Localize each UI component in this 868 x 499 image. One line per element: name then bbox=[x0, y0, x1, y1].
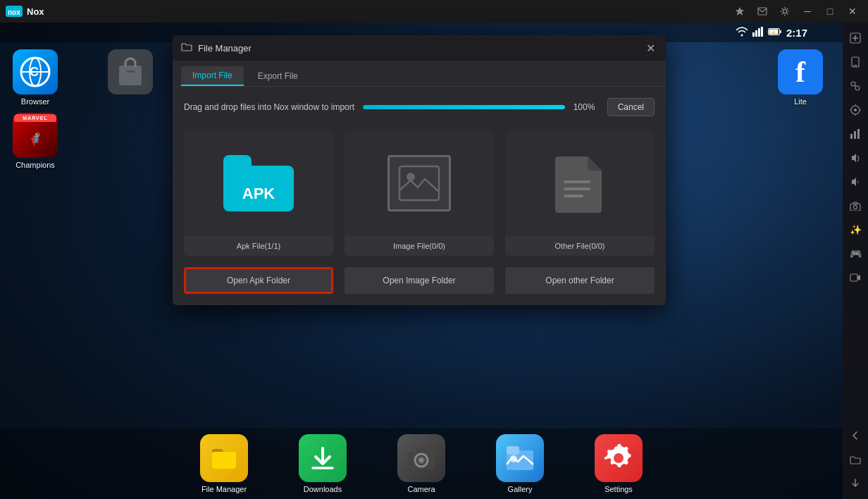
svg-rect-47 bbox=[564, 180, 590, 183]
image-card-label: Image File(0/0) bbox=[345, 236, 494, 256]
folder-body: APK bbox=[223, 166, 294, 211]
tab-import-file[interactable]: Import File bbox=[181, 66, 244, 86]
image-file-card[interactable]: Image File(0/0) bbox=[345, 130, 494, 256]
svg-rect-45 bbox=[399, 166, 439, 200]
dialog-body: Drag and drop files into Nox window to i… bbox=[173, 87, 666, 305]
tab-export-file[interactable]: Export File bbox=[247, 66, 309, 86]
progress-bar-fill bbox=[363, 105, 565, 109]
svg-rect-49 bbox=[564, 195, 583, 197]
dialog-tabs: Import File Export File bbox=[173, 61, 666, 87]
progress-bar-container bbox=[363, 105, 565, 109]
cancel-button[interactable]: Cancel bbox=[607, 98, 655, 116]
image-file-icon bbox=[388, 155, 451, 211]
other-icon-area bbox=[505, 130, 655, 236]
file-cards-grid: APK Apk File(1/1) bbox=[184, 130, 655, 256]
open-other-folder-button[interactable]: Open other Folder bbox=[505, 267, 655, 294]
apk-folder-icon: APK bbox=[223, 155, 294, 211]
svg-rect-48 bbox=[564, 187, 590, 190]
other-file-icon bbox=[555, 154, 604, 213]
open-apk-folder-button[interactable]: Open Apk Folder bbox=[184, 267, 333, 294]
apk-text: APK bbox=[242, 185, 275, 203]
progress-label: Drag and drop files into Nox window to i… bbox=[184, 102, 354, 112]
apk-file-card[interactable]: APK Apk File(1/1) bbox=[184, 130, 333, 256]
dialog-title-text: File Manager bbox=[198, 43, 638, 54]
dialog-title-icon bbox=[181, 42, 192, 54]
other-file-card[interactable]: Other File(0/0) bbox=[505, 130, 655, 256]
apk-icon-area: APK bbox=[184, 130, 333, 236]
progress-row: Drag and drop files into Nox window to i… bbox=[184, 98, 655, 116]
image-icon-area bbox=[345, 130, 494, 236]
dialog-close-button[interactable]: ✕ bbox=[643, 41, 657, 55]
open-image-folder-button[interactable]: Open Image Folder bbox=[345, 267, 494, 294]
folder-buttons: Open Apk Folder Open Image Folder Open o… bbox=[184, 267, 655, 294]
file-manager-dialog: File Manager ✕ Import File Export File D… bbox=[173, 35, 666, 305]
dialog-overlay: File Manager ✕ Import File Export File D… bbox=[0, 0, 868, 499]
dialog-titlebar: File Manager ✕ bbox=[173, 35, 666, 61]
other-card-label: Other File(0/0) bbox=[505, 236, 655, 256]
apk-card-label: Apk File(1/1) bbox=[184, 236, 333, 256]
progress-percent: 100% bbox=[574, 102, 599, 112]
